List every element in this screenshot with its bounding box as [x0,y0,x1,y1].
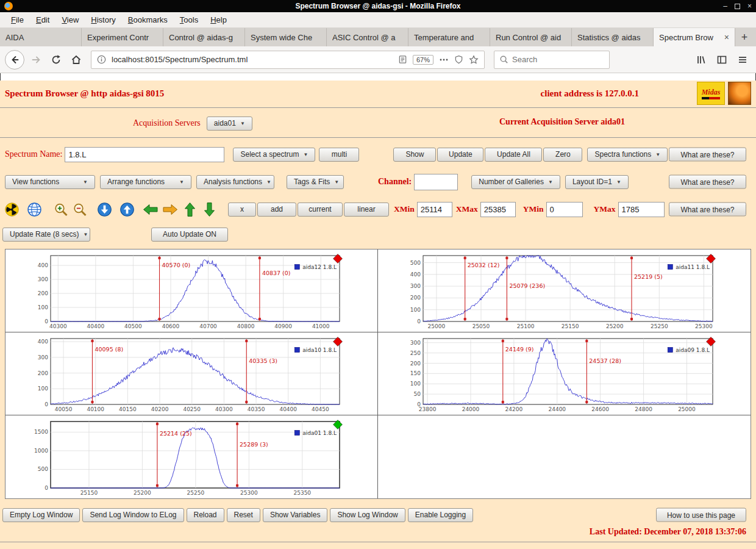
sidebar-toggle-button[interactable] [713,51,730,68]
gallery-cell-aida12[interactable]: 4030040400405004060040700408004090041000… [5,249,378,332]
tab-temperature[interactable]: Temperature and [408,28,490,46]
gallery-cell-aida01[interactable]: 2515025200252502530025350050010001500252… [5,415,378,498]
add-button[interactable]: add [257,203,296,217]
tab-spectrum-browser[interactable]: Spectrum Brow × [654,28,735,46]
library-button[interactable] [693,51,710,68]
y-tick-label: 300 [38,276,48,282]
move-right-icon[interactable] [162,204,178,215]
reload-page-button[interactable]: Reload [187,508,224,522]
new-tab-button[interactable]: + [735,28,754,46]
multi-button[interactable]: multi [319,148,359,162]
analysis-functions-dropdown[interactable]: Analysis functions▼ [196,175,274,189]
enable-logging-button[interactable]: Enable Logging [408,508,473,522]
zero-button[interactable]: Zero [543,148,582,162]
reader-mode-icon[interactable] [398,55,407,64]
tab-asic-control[interactable]: ASIC Control @ a [327,28,408,46]
pocket-shield-icon[interactable] [454,55,463,64]
spectrum-chart[interactable]: 2380024000242002440024600248002500005010… [378,332,751,415]
linear-button[interactable]: linear [344,203,389,217]
minimize-icon[interactable]: – [723,2,727,10]
tab-close-icon[interactable]: × [724,33,729,41]
maximize-icon[interactable] [735,4,740,9]
spectrum-chart[interactable]: 2500025050251002515025200252502530001002… [378,249,751,332]
back-button[interactable] [5,50,24,70]
move-down-icon[interactable] [204,202,216,217]
spectrum-chart[interactable]: 2515025200252502530025350050010001500252… [5,415,377,498]
move-left-icon[interactable] [143,204,159,215]
what-are-these-button-1[interactable]: What are these? [669,148,746,162]
arrange-functions-dropdown[interactable]: Arrange functions▼ [100,175,191,189]
xmax-input[interactable] [480,202,516,217]
site-info-icon[interactable] [97,55,106,64]
facility-logo[interactable] [728,82,751,105]
close-icon[interactable]: × [747,2,752,10]
tab-aida[interactable]: AIDA [0,28,82,46]
update-button[interactable]: Update [437,148,483,162]
gallery-cell-aida10[interactable]: 4005040100401504020040250403004035040400… [5,332,378,415]
globe-icon[interactable] [27,203,41,217]
url-bar[interactable]: localhost:8015/Spectrum/Spectrum.tml 67% [91,51,485,69]
menu-file[interactable]: File [5,13,30,27]
auto-update-button[interactable]: Auto Update ON [151,228,228,242]
reset-button[interactable]: Reset [227,508,260,522]
update-rate-dropdown[interactable]: Update Rate (8 secs)▼ [2,228,90,242]
select-spectrum-dropdown[interactable]: Select a spectrum▼ [233,148,315,162]
tab-system-wide-checks[interactable]: System wide Che [245,28,327,46]
xmin-input[interactable] [417,202,452,217]
menu-history[interactable]: History [85,13,121,27]
tab-experiment-control[interactable]: Experiment Contr [82,28,163,46]
what-are-these-button-2[interactable]: What are these? [669,175,746,189]
channel-input[interactable] [414,174,458,190]
menu-help[interactable]: Help [204,13,233,27]
tab-statistics[interactable]: Statistics @ aidas [572,28,654,46]
browser-window: Spectrum Browser @ aidas-gsi - Mozilla F… [0,0,756,549]
url-text[interactable]: localhost:8015/Spectrum/Spectrum.tml [112,55,393,64]
page-actions-icon[interactable] [439,55,449,65]
move-up-icon[interactable] [184,202,196,217]
spectrum-name-input[interactable] [65,147,224,162]
update-all-button[interactable]: Update All [485,148,542,162]
radiation-icon[interactable] [5,203,19,217]
number-of-galleries-dropdown[interactable]: Number of Galleries▼ [471,175,560,189]
gallery-cell-aida09[interactable]: 2380024000242002440024600248002500005010… [378,332,751,415]
hamburger-menu-button[interactable] [734,51,751,68]
what-are-these-button-3[interactable]: What are these? [669,203,746,217]
send-log-to-elog-button[interactable]: Send Log Window to ELog [82,508,184,522]
gallery-cell-aida11[interactable]: 2500025050251002515025200252502530001002… [378,249,751,332]
home-button[interactable] [68,51,85,68]
spectrum-chart[interactable]: 4030040400405004060040700408004090041000… [5,249,377,332]
x-axis-button[interactable]: x [228,203,256,217]
how-to-use-button[interactable]: How to use this page [656,508,746,522]
spectrum-chart[interactable]: 4005040100401504020040250403004035040400… [5,332,377,415]
show-log-window-button[interactable]: Show Log Window [330,508,405,522]
acquisition-server-select[interactable]: aida01▼ [207,117,252,131]
show-button[interactable]: Show [393,148,436,162]
zoom-in-icon[interactable] [54,203,69,217]
ymax-input[interactable] [618,202,665,217]
reload-button[interactable] [48,51,65,68]
tags-fits-dropdown[interactable]: Tags & Fits▼ [287,175,344,189]
bookmark-star-icon[interactable] [469,55,479,65]
midas-logo[interactable]: Midas [697,82,725,105]
pan-up-icon[interactable] [120,203,134,217]
menu-bookmarks[interactable]: Bookmarks [122,13,174,27]
menu-view[interactable]: View [55,13,85,27]
show-variables-button[interactable]: Show Variables [263,508,328,522]
tab-run-control[interactable]: Run Control @ aid [490,28,572,46]
zoom-out-icon[interactable] [73,203,88,217]
search-bar[interactable] [494,51,610,69]
current-button[interactable]: current [298,203,343,217]
forward-button[interactable] [27,51,45,68]
layout-id-dropdown[interactable]: Layout ID=1▼ [565,175,629,189]
pan-down-icon[interactable] [98,203,112,217]
search-input[interactable] [512,55,593,64]
empty-log-window-button[interactable]: Empty Log Window [2,508,80,522]
view-functions-dropdown[interactable]: View functions▼ [5,175,95,189]
menu-tools[interactable]: Tools [174,13,204,27]
x-tick-label: 41000 [312,323,330,329]
tab-control[interactable]: Control @ aidas-g [163,28,245,46]
ymin-input[interactable] [546,202,583,217]
zoom-level-button[interactable]: 67% [413,55,433,65]
spectra-functions-dropdown[interactable]: Spectra functions▼ [587,148,668,162]
menu-edit[interactable]: Edit [30,13,55,27]
